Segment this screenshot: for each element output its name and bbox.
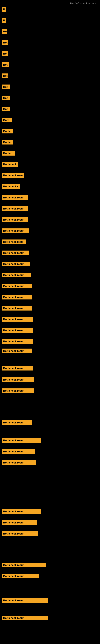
bottleneck-label: Bottleneck result — [2, 509, 41, 514]
bottleneck-label: Bottleneck result — [2, 228, 29, 233]
list-item: Bottleneck result — [2, 273, 31, 278]
list-item: Bo — [2, 29, 7, 34]
bottleneck-label: Bottleneck result — [2, 377, 34, 382]
bottleneck-label: Bottleneck result — [2, 531, 38, 536]
bottleneck-label: B — [2, 7, 6, 12]
bottleneck-label: Bottleneck result — [2, 449, 35, 454]
site-title: TheBottlenecker.com — [70, 2, 96, 5]
bottleneck-label: Bott — [2, 107, 10, 111]
list-item: Bot — [2, 74, 8, 79]
list-item: Bottleneck result — [2, 328, 33, 334]
list-item: Bottleneck r — [2, 184, 20, 190]
list-item: Bottleneck result — [2, 295, 32, 300]
list-item: Bott — [2, 96, 10, 101]
list-item: Bott — [2, 107, 10, 112]
list-item: Bottleneck result — [2, 388, 34, 394]
list-item: Bottleneck result — [2, 366, 33, 371]
list-item: Bottleneck result — [2, 206, 28, 212]
bottleneck-label: Bottle — [2, 129, 13, 134]
bottleneck-label: Bottleneck result — [2, 317, 33, 322]
bottleneck-label: Bottleneck result — [2, 563, 46, 567]
list-item: Bottl — [2, 118, 12, 123]
list-item: Bottleneck result — [2, 438, 41, 444]
list-item: Bottleneck result — [2, 460, 36, 466]
bottleneck-label: Bott — [2, 62, 9, 67]
list-item: Bot — [2, 40, 8, 46]
bottleneck-label: Bottl — [2, 118, 12, 122]
list-item: Bottleneck result — [2, 306, 32, 311]
list-item: Bottleneck result — [2, 563, 46, 568]
bottleneck-label: Bottleneck resu — [2, 240, 26, 244]
bottleneck-label: Bo — [2, 51, 8, 56]
list-item: Bottle — [2, 129, 13, 134]
list-item: Bott — [2, 84, 10, 90]
list-item: Bottleneck result — [2, 339, 33, 344]
bottleneck-label: Bottleneck result — [2, 616, 48, 620]
list-item: Bottleneck result — [2, 616, 48, 621]
bottleneck-label: Bottleneck result — [2, 574, 39, 578]
list-item: Bottleneck result — [2, 574, 39, 579]
list-item: Bottleneck result — [2, 250, 29, 256]
list-item: Bottleneck result — [2, 217, 28, 223]
list-item: Bott — [2, 62, 9, 68]
bottleneck-label: Bottleneck result — [2, 598, 48, 603]
list-item: Bottleneck result — [2, 509, 41, 514]
list-item: Bottle — [2, 140, 13, 145]
bottleneck-label: Bottleneck result — [2, 348, 32, 353]
list-item: Bottleneck result — [2, 195, 28, 201]
list-item: Bottleneck result — [2, 348, 32, 354]
list-item: Bottleneck result — [2, 531, 38, 537]
bottleneck-label: Bottleneck result — [2, 366, 33, 370]
bottleneck-label: Bottleneck result — [2, 250, 29, 255]
bottleneck-label: Bottleneck r — [2, 184, 20, 189]
list-item: Bottleneck result — [2, 284, 32, 289]
list-item: Bottleneck result — [2, 449, 35, 454]
list-item: Bottleneck — [2, 162, 18, 168]
list-item: Bottleneck result — [2, 377, 34, 383]
bottleneck-label: Bottleneck result — [2, 328, 33, 333]
bottleneck-label: Bottle — [2, 140, 13, 144]
list-item: Bottleneck result — [2, 262, 30, 267]
bottleneck-label: Bott — [2, 96, 10, 100]
bottleneck-label: Bottlen — [2, 151, 15, 156]
bottleneck-label: Bott — [2, 84, 10, 89]
list-item: Bottleneck resu — [2, 173, 24, 178]
bottleneck-label: Bottleneck result — [2, 262, 30, 266]
bottleneck-label: Bottleneck result — [2, 420, 32, 425]
list-item: Bottleneck result — [2, 598, 48, 604]
list-item: Bottleneck result — [2, 520, 37, 526]
bottleneck-label: Bottleneck result — [2, 339, 33, 344]
bottleneck-label: Bottleneck result — [2, 195, 28, 200]
bottleneck-label: B — [2, 18, 6, 23]
list-item: Bottleneck resu — [2, 240, 26, 245]
bottleneck-label: Bottleneck resu — [2, 173, 24, 178]
bottleneck-label: Bottleneck result — [2, 306, 32, 310]
bottleneck-label: Bottleneck — [2, 162, 18, 167]
bottleneck-label: Bottleneck result — [2, 388, 34, 393]
bottleneck-label: Bo — [2, 29, 7, 34]
list-item: Bottlen — [2, 151, 15, 156]
bottleneck-label: Bottleneck result — [2, 295, 32, 300]
list-item: Bottleneck result — [2, 420, 32, 426]
list-item: B — [2, 7, 6, 12]
bottleneck-label: Bottleneck result — [2, 206, 28, 211]
list-item: B — [2, 18, 6, 24]
list-item: Bottleneck result — [2, 228, 29, 234]
bottleneck-label: Bottleneck result — [2, 520, 37, 525]
bottleneck-label: Bottleneck result — [2, 273, 31, 277]
list-item: Bo — [2, 51, 8, 57]
list-item: Bottleneck result — [2, 317, 33, 322]
bottleneck-label: Bottleneck result — [2, 284, 32, 288]
bottleneck-label: Bottleneck result — [2, 217, 28, 222]
bottleneck-label: Bot — [2, 40, 8, 45]
bottleneck-label: Bottleneck result — [2, 460, 36, 465]
bottleneck-label: Bot — [2, 74, 8, 78]
bottleneck-label: Bottleneck result — [2, 438, 41, 443]
